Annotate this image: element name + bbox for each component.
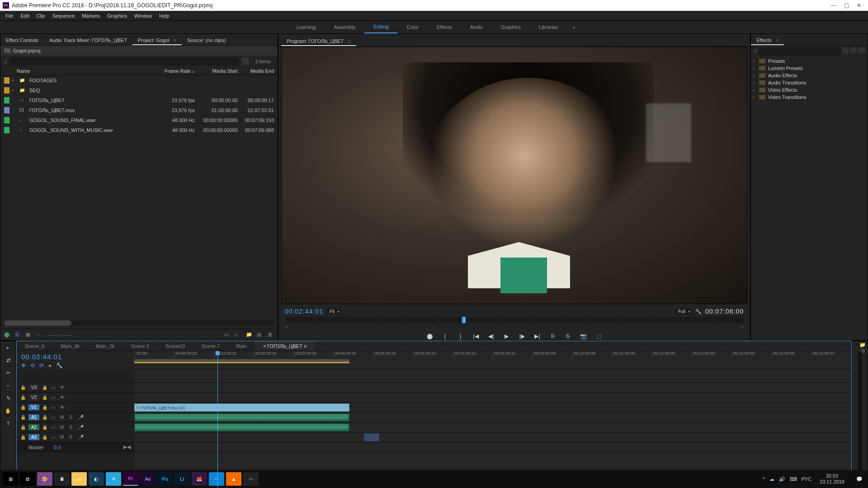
delete-icon[interactable]: 🗑 bbox=[268, 332, 274, 338]
menu-file[interactable]: File bbox=[2, 13, 17, 19]
quality-dropdown[interactable]: Full bbox=[675, 309, 692, 314]
project-search-input[interactable] bbox=[10, 57, 239, 66]
effects-search-input[interactable] bbox=[759, 47, 840, 56]
menu-markers[interactable]: Markers bbox=[78, 13, 104, 19]
transport-button-1[interactable]: { bbox=[442, 333, 449, 340]
track-target[interactable]: A3 bbox=[28, 434, 39, 440]
track-toggle[interactable]: 👁 bbox=[60, 405, 66, 410]
track-header-V1[interactable]: 🔒V1🔒▭👁 bbox=[17, 403, 134, 413]
track-toggle[interactable]: ▭ bbox=[51, 415, 57, 420]
panel-tab[interactable]: Source: (no clips) bbox=[182, 35, 231, 45]
taskbar-app-icon[interactable]: ⊞ bbox=[3, 472, 18, 486]
taskbar-app-icon[interactable]: Ae bbox=[140, 472, 156, 486]
panel-tab[interactable]: Audio Track Mixer: ГОГОЛЬ_ЦВЕТ bbox=[44, 35, 132, 45]
lock-icon[interactable]: 🔒 bbox=[20, 435, 26, 440]
workspace-color[interactable]: Color bbox=[398, 21, 428, 33]
menu-window[interactable]: Window bbox=[131, 13, 156, 19]
new-bin-icon[interactable]: 📁 bbox=[246, 332, 252, 338]
timeline-option-icon[interactable]: ⟳ bbox=[39, 362, 44, 369]
track-toggle[interactable]: S bbox=[69, 435, 75, 440]
asset-row[interactable]: ▭ГОГОЛЬ_ЦВЕТ23,976 fps00:00:00:0000:08:0… bbox=[0, 95, 278, 105]
lock-icon[interactable]: 🔒 bbox=[20, 405, 26, 410]
panel-tab[interactable]: Project: Gogol ≡ bbox=[132, 35, 182, 45]
taskbar-app-icon[interactable]: ◐ bbox=[89, 472, 104, 486]
effects-folder[interactable]: >Video Transitions bbox=[751, 94, 868, 101]
track-toggle[interactable]: M bbox=[60, 415, 66, 420]
tool-0[interactable]: ▸ bbox=[4, 345, 12, 353]
taskbar-app-icon[interactable]: ✈ bbox=[106, 472, 121, 486]
notification-center-icon[interactable]: 💬 bbox=[853, 476, 866, 482]
track-toggle[interactable]: 🎤 bbox=[78, 425, 85, 430]
taskbar-app-icon[interactable]: Ps bbox=[157, 472, 173, 486]
timeline-option-icon[interactable]: ❄ bbox=[21, 362, 26, 369]
effects-folder[interactable]: >Audio Effects bbox=[751, 72, 868, 79]
track-header-A3[interactable]: 🔒A3🔒▭MS🎤 bbox=[17, 432, 134, 442]
audio-clip[interactable] bbox=[134, 413, 349, 422]
fx-badge-icon[interactable] bbox=[842, 47, 849, 54]
program-timecode-in[interactable]: 00:02:44:01 bbox=[285, 308, 323, 315]
col-framerate[interactable]: Frame Rate ▴ bbox=[154, 68, 195, 74]
filter-button[interactable] bbox=[242, 58, 249, 65]
track-lane-A2[interactable] bbox=[134, 422, 851, 432]
list-view-icon[interactable]: ☰ bbox=[15, 332, 21, 338]
effects-folder[interactable]: >Presets bbox=[751, 57, 868, 65]
taskbar-app-icon[interactable]: ⧉ bbox=[20, 472, 35, 486]
sequence-tab[interactable]: Scene10 bbox=[157, 342, 193, 350]
asset-row[interactable]: ♪GOGOL_SOUND_WITH_MUSIC.wav48 000 Hz00:0… bbox=[0, 125, 278, 135]
close-button[interactable]: ✕ bbox=[853, 0, 865, 10]
track-target[interactable]: V1 bbox=[28, 404, 39, 410]
asset-row[interactable]: 🎞ГОГОЛЬ_ЦВЕТ.mov23,976 fps01:00:00:0001:… bbox=[0, 105, 278, 115]
tray-icon[interactable]: ^ bbox=[763, 476, 765, 482]
zoom-slider[interactable]: ——○—— bbox=[47, 332, 71, 338]
new-item-icon[interactable]: ▤ bbox=[257, 332, 263, 338]
settings-wrench-icon[interactable]: 🔧 bbox=[695, 309, 702, 314]
track-toggle[interactable]: 🔒 bbox=[42, 425, 48, 430]
audio-clip[interactable] bbox=[364, 433, 380, 441]
transport-button-8[interactable]: ⎘ bbox=[549, 333, 557, 340]
tool-4[interactable]: ✎ bbox=[4, 395, 12, 404]
track-target[interactable]: A2 bbox=[28, 424, 39, 430]
workspace-audio[interactable]: Audio bbox=[461, 21, 492, 33]
sequence-tab[interactable]: Scene_6 bbox=[17, 342, 52, 350]
taskbar-app-icon[interactable]: ↔ bbox=[209, 472, 224, 486]
workspace-overflow-button[interactable]: » bbox=[567, 21, 580, 33]
track-toggle[interactable]: ▭ bbox=[51, 385, 57, 390]
lock-icon[interactable]: 🔒 bbox=[20, 425, 26, 430]
timeline-option-icon[interactable]: ⟲ bbox=[30, 362, 35, 369]
track-toggle[interactable]: 👁 bbox=[60, 395, 66, 400]
track-header-V2[interactable]: 🔒V2🔒▭👁 bbox=[17, 393, 134, 403]
lock-icon[interactable]: ⬤ bbox=[4, 332, 10, 338]
track-toggle[interactable]: S bbox=[69, 425, 75, 430]
sequence-tab[interactable]: Scene 7 bbox=[193, 342, 227, 350]
track-header-A1[interactable]: 🔒A1🔒▭MS🎤 bbox=[17, 413, 134, 422]
taskbar-app-icon[interactable]: 🎨 bbox=[37, 472, 52, 486]
sequence-tab[interactable]: × ГОГОЛЬ_ЦВЕТ ≡ bbox=[255, 342, 315, 350]
program-scrubber[interactable] bbox=[285, 317, 744, 323]
new-bin-icon[interactable]: 📁 bbox=[859, 342, 866, 347]
transport-button-10[interactable]: 📷 bbox=[580, 333, 587, 340]
program-tab[interactable]: Program: ГОГОЛЬ_ЦВЕТ ≡ bbox=[281, 36, 356, 46]
tray-icon[interactable]: ☁ bbox=[769, 476, 774, 482]
tray-icon[interactable]: ⌨ bbox=[790, 476, 797, 482]
menu-graphics[interactable]: Graphics bbox=[104, 13, 131, 19]
track-toggle[interactable]: 👁 bbox=[60, 385, 66, 390]
yuv-badge-icon[interactable] bbox=[850, 47, 857, 54]
track-lane-V1[interactable]: fxГОГОЛЬ_ЦВЕТ.mov [V] bbox=[134, 403, 851, 413]
col-media-end[interactable]: Media End bbox=[238, 68, 274, 74]
transport-button-4[interactable]: ◀| bbox=[488, 333, 495, 340]
effects-folder[interactable]: >Video Effects bbox=[751, 86, 868, 94]
taskbar-app-icon[interactable]: 📁 bbox=[71, 472, 87, 486]
project-scrollbar[interactable] bbox=[4, 320, 274, 326]
track-header-V3[interactable]: 🔒V3🔒▭👁 bbox=[17, 383, 134, 393]
taskbar-app-icon[interactable]: ✏ bbox=[243, 472, 259, 486]
track-target[interactable]: V2 bbox=[28, 394, 39, 400]
workspace-graphics[interactable]: Graphics bbox=[492, 21, 530, 33]
lock-icon[interactable]: 🔒 bbox=[20, 385, 26, 390]
tray-icon[interactable]: РУС bbox=[802, 476, 811, 482]
sequence-tab[interactable]: Main bbox=[228, 342, 255, 350]
transport-button-6[interactable]: |▶ bbox=[519, 333, 526, 340]
track-toggle[interactable]: 🔒 bbox=[42, 405, 48, 410]
col-name[interactable]: Name bbox=[17, 68, 154, 74]
video-clip[interactable]: fxГОГОЛЬ_ЦВЕТ.mov [V] bbox=[134, 404, 349, 412]
tray-icon[interactable]: 🔊 bbox=[779, 476, 785, 482]
